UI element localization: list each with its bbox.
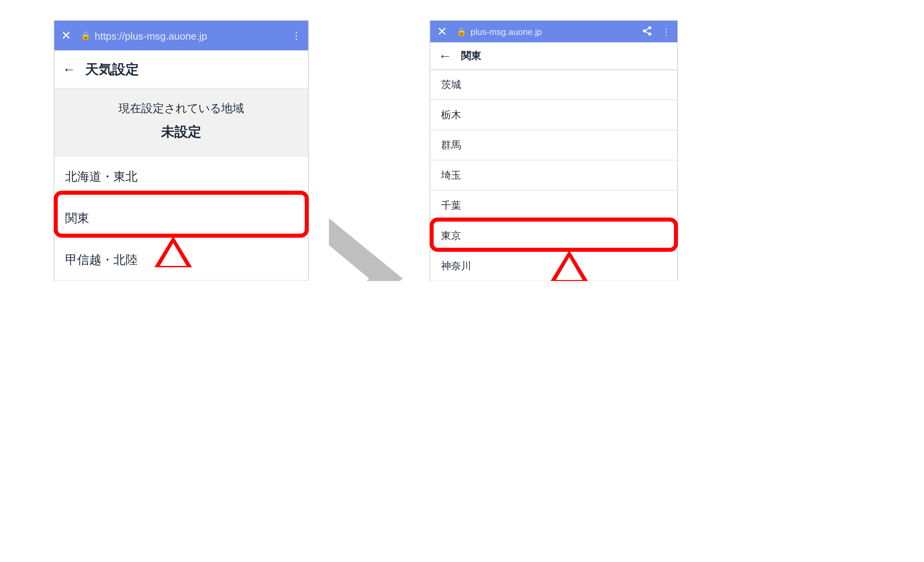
phone-prefecture-select: ✕ 🔒 plus-msg.auone.jp ⋮ ← 関東 茨城栃木群馬埼玉千葉東… bbox=[430, 20, 678, 281]
lock-icon: 🔒 bbox=[81, 31, 91, 40]
browser-bar: ✕ 🔒 plus-msg.auone.jp ⋮ bbox=[430, 21, 677, 42]
list-item[interactable]: 北海道・東北 bbox=[54, 156, 308, 197]
list-item[interactable]: 関東 bbox=[54, 197, 308, 239]
page-title: 関東 bbox=[461, 50, 481, 62]
page-title: 天気設定 bbox=[85, 60, 139, 78]
list-item[interactable]: 埼玉 bbox=[430, 161, 677, 191]
back-icon[interactable]: ← bbox=[438, 48, 452, 63]
list-item[interactable]: 東海 bbox=[54, 281, 308, 281]
list-item[interactable]: 東京 bbox=[430, 221, 677, 251]
more-icon[interactable]: ⋮ bbox=[291, 30, 302, 42]
page-header: ← 天気設定 bbox=[54, 50, 308, 89]
share-icon[interactable] bbox=[642, 25, 652, 38]
current-region-value: 未設定 bbox=[54, 123, 308, 141]
svg-marker-0 bbox=[329, 218, 403, 281]
list-item[interactable]: 茨城 bbox=[430, 70, 677, 100]
list-item[interactable]: 千葉 bbox=[430, 191, 677, 221]
url-text: plus-msg.auone.jp bbox=[471, 27, 542, 37]
url-text: https://plus-msg.auone.jp bbox=[94, 30, 207, 41]
back-icon[interactable]: ← bbox=[62, 62, 76, 77]
close-icon[interactable]: ✕ bbox=[437, 26, 447, 38]
step-arrow-icon bbox=[329, 218, 403, 281]
list-item[interactable]: 栃木 bbox=[430, 100, 677, 130]
svg-line-5 bbox=[645, 31, 649, 33]
more-icon[interactable]: ⋮ bbox=[662, 27, 670, 37]
page-header: ← 関東 bbox=[430, 42, 677, 70]
current-region-label: 現在設定されている地域 bbox=[54, 101, 308, 116]
close-icon[interactable]: ✕ bbox=[61, 30, 71, 42]
svg-line-4 bbox=[645, 28, 649, 30]
current-region-block: 現在設定されている地域 未設定 bbox=[54, 89, 308, 156]
lock-icon: 🔒 bbox=[456, 27, 466, 36]
list-item[interactable]: 群馬 bbox=[430, 130, 677, 161]
browser-bar: ✕ 🔒 https://plus-msg.auone.jp ⋮ bbox=[54, 21, 308, 50]
